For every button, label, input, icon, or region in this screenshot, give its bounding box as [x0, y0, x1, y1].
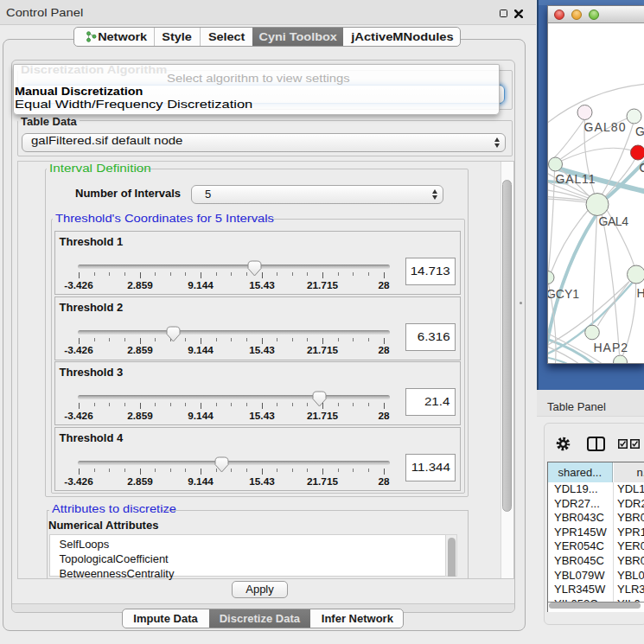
svg-text:GAL11: GAL11 [555, 172, 595, 186]
svg-text:GAL4: GAL4 [598, 214, 628, 228]
svg-text:C: C [639, 161, 644, 175]
svg-text:GCY1: GCY1 [548, 287, 579, 301]
svg-text:GAL80: GAL80 [583, 120, 625, 134]
svg-text:G.: G. [635, 124, 644, 138]
svg-text:H: H [636, 286, 644, 300]
svg-text:HAP2: HAP2 [593, 341, 628, 354]
